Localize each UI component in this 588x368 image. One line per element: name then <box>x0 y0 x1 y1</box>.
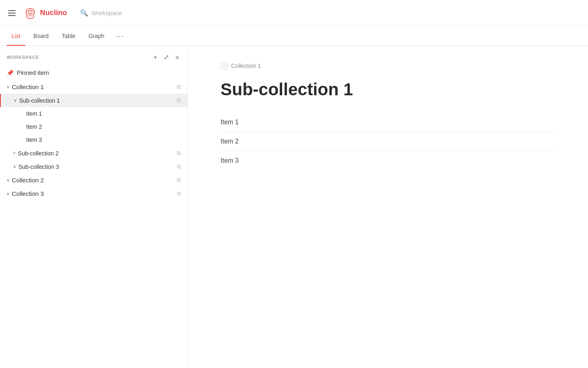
sidebar-item-item1[interactable]: Item 1 <box>0 107 187 120</box>
page-title: Sub-collection 1 <box>220 79 555 100</box>
sidebar-item-subcollection2[interactable]: > Sub-collection 2 ⧉ <box>0 146 187 160</box>
brain-icon <box>24 7 37 20</box>
logo[interactable]: Nuclino <box>24 7 67 20</box>
search-area[interactable]: 🔍 Workspace <box>80 9 122 17</box>
content-area: ☐ Collection 1 Sub-collection 1 Item 1 I… <box>188 46 588 368</box>
expand-button[interactable]: ⤢ <box>162 52 171 62</box>
sidebar-item-item3[interactable]: Item 3 <box>0 133 187 146</box>
copy-icon-button[interactable]: ⧉ <box>177 150 181 157</box>
chevron-down-icon: ∨ <box>13 164 16 169</box>
copy-icon-button[interactable]: ⧉ <box>177 177 181 184</box>
sidebar-item-collection1[interactable]: ∨ Collection 1 ⧉ <box>0 80 187 94</box>
sidebar-actions: + ⤢ « <box>152 52 181 62</box>
tab-table[interactable]: Table <box>57 27 80 46</box>
breadcrumb-text: Collection 1 <box>231 63 261 69</box>
content-items-list: Item 1 Item 2 Item 3 <box>220 113 555 170</box>
tabbar: List Board Table Graph ⋯ <box>0 26 588 46</box>
pinned-item-label: Pinned item <box>17 69 49 76</box>
tab-more-button[interactable]: ⋯ <box>113 26 127 45</box>
item1-label: Item 1 <box>26 110 42 117</box>
subcollection3-label: Sub-collection 3 <box>18 164 59 170</box>
search-placeholder: Workspace <box>91 9 122 16</box>
collection3-label: Collection 3 <box>12 190 44 197</box>
copy-icon-button[interactable]: ⧉ <box>177 83 181 90</box>
subcollection2-label: Sub-collection 2 <box>18 150 59 157</box>
copy-icon-button[interactable]: ⧉ <box>177 190 181 197</box>
pinned-item[interactable]: 📌 Pinned item <box>0 65 187 80</box>
sidebar-item-collection2[interactable]: ∨ Collection 2 ⧉ <box>0 173 187 187</box>
chevron-down-icon: ∨ <box>7 178 9 182</box>
sidebar-item-collection3[interactable]: ∨ Collection 3 ⧉ <box>0 187 187 200</box>
tab-graph[interactable]: Graph <box>84 27 109 46</box>
topbar: Nuclino 🔍 Workspace <box>0 0 588 26</box>
item3-label: Item 3 <box>26 137 42 143</box>
sidebar-item-subcollection1[interactable]: ∨ Sub-collection 1 ⧉ <box>0 94 187 107</box>
item2-label: Item 2 <box>26 123 42 130</box>
search-icon: 🔍 <box>80 9 88 17</box>
copy-icon-button[interactable]: ⧉ <box>177 163 181 170</box>
sidebar: WORKSPACE + ⤢ « 📌 Pinned item ∨ Collecti… <box>0 46 188 368</box>
content-item-3[interactable]: Item 3 <box>220 151 555 170</box>
sidebar-item-subcollection3[interactable]: ∨ Sub-collection 3 ⧉ <box>0 160 187 173</box>
collapse-sidebar-button[interactable]: « <box>174 53 181 62</box>
menu-icon[interactable] <box>7 9 17 18</box>
sidebar-header: WORKSPACE + ⤢ « <box>0 46 187 65</box>
pin-icon: 📌 <box>7 70 13 76</box>
breadcrumb-icon: ☐ <box>220 62 228 70</box>
logo-text: Nuclino <box>40 9 67 17</box>
chevron-right-icon: > <box>13 151 16 155</box>
content-item-2[interactable]: Item 2 <box>220 132 555 151</box>
main-layout: WORKSPACE + ⤢ « 📌 Pinned item ∨ Collecti… <box>0 46 588 368</box>
collection1-label: Collection 1 <box>12 83 44 90</box>
subcollection1-label: Sub-collection 1 <box>19 97 60 104</box>
breadcrumb: ☐ Collection 1 <box>220 62 555 70</box>
chevron-down-icon: ∨ <box>14 98 17 103</box>
tab-list[interactable]: List <box>7 27 25 46</box>
add-item-button[interactable]: + <box>152 53 159 62</box>
workspace-label: WORKSPACE <box>7 55 39 60</box>
chevron-down-icon: ∨ <box>7 191 9 196</box>
chevron-down-icon: ∨ <box>7 85 9 89</box>
sidebar-item-item2[interactable]: Item 2 <box>0 120 187 133</box>
copy-icon-button[interactable]: ⧉ <box>177 97 181 104</box>
collection2-label: Collection 2 <box>12 177 44 184</box>
tab-board[interactable]: Board <box>29 27 53 46</box>
content-item-1[interactable]: Item 1 <box>220 113 555 132</box>
